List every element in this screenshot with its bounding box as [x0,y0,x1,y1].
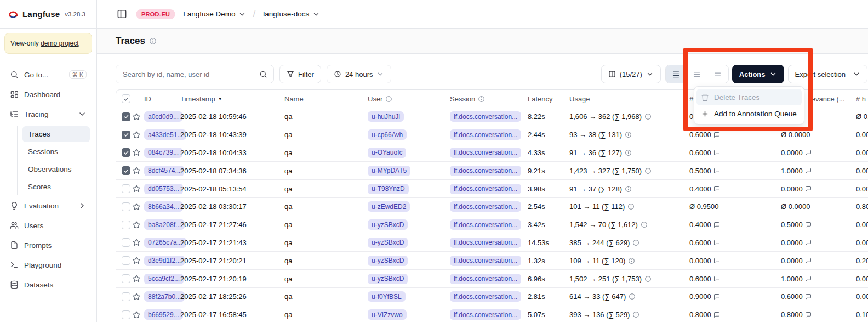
row-checkbox[interactable] [122,256,130,265]
star-icon[interactable] [132,292,141,301]
row-checkbox[interactable] [122,131,130,139]
row-checkbox[interactable] [122,292,130,301]
sidebar-item-evaluation[interactable]: Evaluation [7,198,90,213]
session-badge[interactable]: lf.docs.conversation... [450,148,521,158]
column-header-timestamp[interactable]: Timestamp▼ [180,95,284,103]
row-checkbox[interactable] [122,274,130,283]
table-row[interactable]: 084c739...2025-02-18 10:04:33qau-OYauofc… [116,144,868,162]
table-row[interactable]: a433de51...2025-02-18 10:43:39qau-cp66Av… [116,126,868,144]
star-icon[interactable] [132,274,141,283]
row-checkbox[interactable] [122,238,130,247]
session-badge[interactable]: lf.docs.conversation... [450,291,521,302]
trace-id-badge[interactable]: d3e9d1f2... [144,256,185,266]
org-selector[interactable]: Langfuse Demo [183,10,235,18]
trace-id-badge[interactable]: 8dcf4574... [144,166,184,176]
row-checkbox[interactable] [122,221,130,229]
sidebar-item-prompts[interactable]: Prompts [7,238,90,253]
user-badge[interactable]: u-yzSBxcD [368,219,408,230]
sidebar-item-users[interactable]: Users [7,218,90,233]
session-badge[interactable]: lf.docs.conversation... [450,184,521,194]
column-header-usage[interactable]: Usage [566,95,686,103]
session-badge[interactable]: lf.docs.conversation... [450,166,521,176]
trace-id-badge[interactable]: 084c739... [144,148,182,158]
row-height-large-button[interactable] [707,65,728,83]
row-checkbox[interactable] [122,112,130,121]
row-checkbox[interactable] [122,184,130,193]
table-row[interactable]: 5cca9cf2...2025-02-17 21:20:19qau-yzSBxc… [116,270,868,288]
chevron-down-icon[interactable] [238,10,246,18]
session-badge[interactable]: lf.docs.conversation... [450,201,521,212]
user-badge[interactable]: u-VIZzvwo [368,309,407,320]
column-header-id[interactable]: ID [144,95,180,103]
sidebar-item-datasets[interactable]: Datasets [7,277,90,292]
star-icon[interactable] [132,202,141,211]
user-badge[interactable]: u-yzSBxcD [368,274,408,284]
table-row[interactable]: 8dcf4574...2025-02-18 07:34:36qau-MYpDAT… [116,162,868,180]
trace-id-badge[interactable]: 8b66a34... [144,201,183,212]
table-row[interactable]: ba8a208f...2025-02-17 21:27:46qau-yzSBxc… [116,216,868,234]
user-badge[interactable]: u-yzSBxcD [368,256,408,266]
session-badge[interactable]: lf.docs.conversation... [450,238,521,248]
trace-id-badge[interactable]: dd05753... [144,184,183,194]
sidebar-item-traces[interactable]: Traces [22,126,90,142]
sidebar-item-dashboard[interactable]: Dashboard [7,87,90,102]
user-badge[interactable]: u-OYauofc [368,148,406,158]
export-selection-button[interactable]: Export selection [788,65,868,83]
panel-left-icon[interactable] [117,9,127,19]
column-visibility-button[interactable]: (15/27) [601,65,661,83]
star-icon[interactable] [132,184,141,193]
session-badge[interactable]: lf.docs.conversation... [450,219,521,230]
row-height-medium-button[interactable] [687,65,707,83]
search-input[interactable] [116,65,253,83]
select-all-checkbox[interactable] [122,94,130,103]
trace-id-badge[interactable]: b669529... [144,309,183,320]
star-icon[interactable] [132,148,141,157]
row-checkbox[interactable] [122,310,130,319]
menu-item-delete-traces[interactable]: Delete Traces [696,89,802,105]
user-badge[interactable]: u-yzSBxcD [368,238,408,248]
sidebar-item-tracing[interactable]: Tracing [7,106,90,122]
trace-id-badge[interactable]: ba8a208f... [144,219,185,230]
user-badge[interactable]: u-MYpDAT5 [368,166,410,176]
filter-button[interactable]: Filter [279,65,321,83]
user-badge[interactable]: u-zEwdED2 [368,201,410,212]
menu-item-add-to-annotation-queue[interactable]: Add to Annotation Queue [696,105,802,122]
chevron-down-icon[interactable] [312,10,320,18]
user-badge[interactable]: u-f0YfBSL [368,291,406,302]
sidebar-item-observations[interactable]: Observations [22,161,90,177]
star-icon[interactable] [132,131,141,139]
time-range-button[interactable]: 24 hours [327,65,392,83]
trace-id-badge[interactable]: 5cca9cf2... [144,274,184,284]
row-checkbox[interactable] [122,166,130,175]
row-height-small-button[interactable] [666,65,687,83]
table-row[interactable]: 8b66a34...2025-02-18 03:30:17qau-zEwdED2… [116,198,868,216]
sidebar-item-scores[interactable]: Scores [22,179,90,195]
table-row[interactable]: 07265c7a...2025-02-17 21:21:43qau-yzSBxc… [116,234,868,252]
table-row[interactable]: b669529...2025-02-17 16:58:45qau-VIZzvwo… [116,306,868,322]
user-badge[interactable]: u-cp66Avh [368,129,407,140]
trace-id-badge[interactable]: a0cd0d9... [144,111,182,122]
search-submit-button[interactable] [253,65,273,83]
user-badge[interactable]: u-huJhuJi [368,111,404,122]
sidebar-item-playground[interactable]: Playground [7,257,90,273]
column-header-user[interactable]: User [368,95,450,103]
session-badge[interactable]: lf.docs.conversation... [450,256,521,266]
table-row[interactable]: dd05753...2025-02-18 05:13:54qau-T98YnzD… [116,180,868,198]
goto-search[interactable]: Go to... ⌘ K [7,67,90,82]
table-row[interactable]: 88f2a7b0...2025-02-17 18:25:26qau-f0YfBS… [116,288,868,306]
session-badge[interactable]: lf.docs.conversation... [450,111,521,122]
column-header-session[interactable]: Session [450,95,528,103]
row-checkbox[interactable] [122,202,130,211]
demo-project-link[interactable]: demo project [41,39,78,47]
trace-id-badge[interactable]: 88f2a7b0... [144,291,185,302]
project-selector[interactable]: langfuse-docs [263,10,309,18]
session-badge[interactable]: lf.docs.conversation... [450,274,521,284]
row-checkbox[interactable] [122,148,130,157]
star-icon[interactable] [132,310,141,319]
column-header-name[interactable]: Name [284,95,368,103]
star-icon[interactable] [132,256,141,265]
actions-button[interactable]: Actions [732,65,784,83]
user-badge[interactable]: u-T98YnzD [368,184,409,194]
star-icon[interactable] [132,166,141,175]
star-icon[interactable] [132,221,141,229]
